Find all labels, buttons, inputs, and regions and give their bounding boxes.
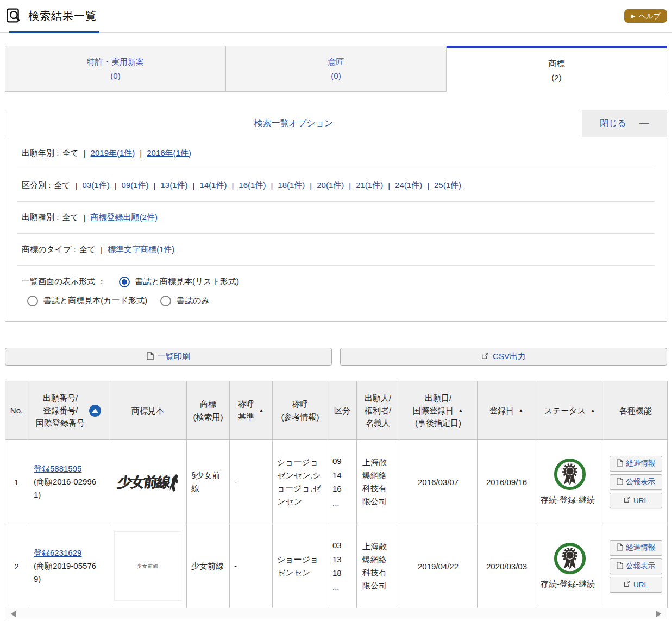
filter-all-label: 全て (54, 180, 70, 191)
search-list-options-panel: 検索一覧オプション 閉じる — 出願年別 : 全て | 2019年(1件) | … (5, 110, 667, 322)
radio-card-format-label: 書誌と商標見本(カード形式) (43, 296, 147, 306)
table-header-row: No. 出願番号/ 登録番号/ 国際登録番号 商標見本 商標 (検索用) (5, 381, 668, 440)
gazette-display-button[interactable]: 公報表示 (610, 474, 662, 490)
external-link-icon (624, 496, 631, 505)
sort-asc-icon[interactable]: ▲ (458, 406, 463, 415)
registration-number-link[interactable]: 登録6231629 (34, 548, 81, 557)
play-icon: ▶ (631, 13, 635, 19)
trademark-search-text: §少女前線 (187, 440, 230, 524)
gazette-display-button[interactable]: 公報表示 (610, 558, 662, 574)
col-header-pronunciation-standard: 称呼 基準 ▲ (230, 381, 273, 440)
tab-patent-utility[interactable]: 特許・実用新案 (0) (5, 46, 226, 92)
title-bar: 検索結果一覧 ▶ ヘルプ (5, 0, 667, 32)
separator: | (231, 181, 234, 190)
separator: | (84, 149, 86, 158)
filter-link-year-2016[interactable]: 2016年(1件) (147, 148, 191, 159)
table-row: 1 登録5881595 (商願2016-029961) 少女前線 §少女前線 -… (5, 440, 668, 524)
col-header-mark-search: 商標 (検索用) (187, 381, 230, 440)
scroll-left-icon[interactable] (11, 611, 16, 617)
registration-date: 2020/03/03 (478, 524, 536, 608)
tab-count: (0) (331, 71, 341, 80)
filter-all-label: 全て (62, 212, 78, 223)
registered-medal-icon (541, 542, 599, 575)
url-button[interactable]: URL (610, 577, 662, 593)
scroll-right-icon[interactable] (656, 611, 661, 617)
url-button[interactable]: URL (610, 493, 662, 508)
tab-count: (2) (551, 73, 561, 82)
sort-asc-icon[interactable]: ▲ (259, 406, 264, 415)
status-cell: 存続-登録-継続 (536, 524, 604, 608)
separator: | (427, 181, 429, 190)
application-number-cell: 登録6231629 (商願2019-055769) (28, 524, 109, 608)
application-number: (商願2016-029961) (34, 475, 103, 501)
filter-label: 区分別 : (22, 180, 51, 191)
col-header-pronunciation-reference: 称呼 (参考情報) (273, 381, 328, 440)
close-options-button[interactable]: 閉じる — (582, 110, 667, 137)
external-link-icon (624, 580, 631, 589)
filter-link-class-14[interactable]: 14(1件) (199, 180, 227, 191)
results-table: No. 出願番号/ 登録番号/ 国際登録番号 商標見本 商標 (検索用) (5, 381, 668, 608)
filter-link-class-03[interactable]: 03(1件) (83, 180, 110, 191)
separator: | (84, 213, 86, 222)
trademark-image: 少女前線 (116, 473, 180, 492)
filter-link-year-2019[interactable]: 2019年(1件) (91, 148, 135, 159)
separator: | (101, 245, 103, 254)
filter-link-class-20[interactable]: 20(1件) (317, 180, 344, 191)
result-tabs: 特許・実用新案 (0) 意匠 (0) 商標 (2) (5, 46, 667, 92)
filter-label: 出願年別 : (22, 148, 59, 159)
col-header-functions: 各種機能 (604, 381, 668, 440)
table-row: 2 登録6231629 (商願2019-055769) 少女前線 少女前線 - … (5, 524, 668, 608)
filter-all-label: 全て (62, 148, 78, 159)
col-header-no: No. (5, 381, 28, 440)
trademark-sample-cell: 少女前線 (109, 524, 187, 608)
help-button[interactable]: ▶ ヘルプ (624, 9, 667, 23)
filter-link-class-09[interactable]: 09(1件) (122, 180, 149, 191)
row-number: 2 (5, 524, 28, 608)
separator: | (193, 181, 195, 190)
horizontal-scrollbar[interactable] (5, 608, 667, 619)
minimize-icon: — (639, 118, 649, 129)
radio-card-format[interactable] (27, 296, 38, 306)
filter-row-application-year: 出願年別 : 全て | 2019年(1件) | 2016年(1件) (5, 137, 667, 169)
filter-all-label: 全て (79, 244, 96, 255)
filter-link-class-16[interactable]: 16(1件) (238, 180, 266, 191)
pronunciation-reference: ショージョゼンセン (273, 524, 328, 608)
filter-link-class-25[interactable]: 25(1件) (434, 180, 461, 191)
col-header-applicant: 出願人/ 権利者/ 名義人 (357, 381, 399, 440)
radio-biblio-only[interactable] (160, 296, 171, 306)
soldier-silhouette (169, 473, 180, 491)
separator: | (310, 181, 312, 190)
document-icon (617, 562, 623, 571)
trademark-image: 少女前線 (114, 531, 181, 601)
separator: | (271, 181, 273, 190)
search-results-icon (5, 7, 22, 26)
close-options-label: 閉じる (600, 118, 626, 129)
print-list-label: 一覧印刷 (158, 351, 190, 362)
filter-link-class-18[interactable]: 18(1件) (278, 180, 305, 191)
display-format-label: 一覧画面の表示形式 ： (22, 277, 106, 287)
tab-label: 商標 (549, 59, 565, 69)
trademark-sample-cell: 少女前線 (109, 440, 187, 524)
progress-info-button[interactable]: 経過情報 (610, 456, 662, 472)
document-icon (147, 352, 154, 362)
registration-number-link[interactable]: 登録5881595 (34, 464, 81, 473)
tab-design[interactable]: 意匠 (0) (226, 46, 447, 92)
print-list-button[interactable]: 一覧印刷 (5, 348, 332, 366)
sort-ascending-icon[interactable] (89, 405, 101, 417)
csv-export-button[interactable]: CSV出力 (340, 348, 667, 366)
sort-asc-icon[interactable]: ▲ (518, 406, 524, 415)
filter-link-class-13[interactable]: 13(1件) (160, 180, 187, 191)
col-header-registration-date: 登録日 ▲ (478, 381, 536, 440)
filter-link-trademark-registration[interactable]: 商標登録出願(2件) (91, 212, 158, 223)
separator: | (388, 181, 390, 190)
filter-link-standard-character-mark[interactable]: 標準文字商標(1件) (108, 244, 174, 255)
progress-info-button[interactable]: 経過情報 (610, 540, 662, 556)
filter-row-trademark-type: 商標のタイプ : 全て | 標準文字商標(1件) (5, 234, 667, 265)
application-date: 2019/04/22 (399, 524, 478, 608)
filter-link-class-21[interactable]: 21(1件) (356, 180, 383, 191)
radio-list-format[interactable] (119, 277, 130, 287)
filter-link-class-24[interactable]: 24(1件) (395, 180, 422, 191)
sort-asc-icon[interactable]: ▲ (590, 406, 595, 415)
tab-trademark[interactable]: 商標 (2) (447, 46, 667, 92)
col-header-status: ステータス ▲ (536, 381, 604, 440)
